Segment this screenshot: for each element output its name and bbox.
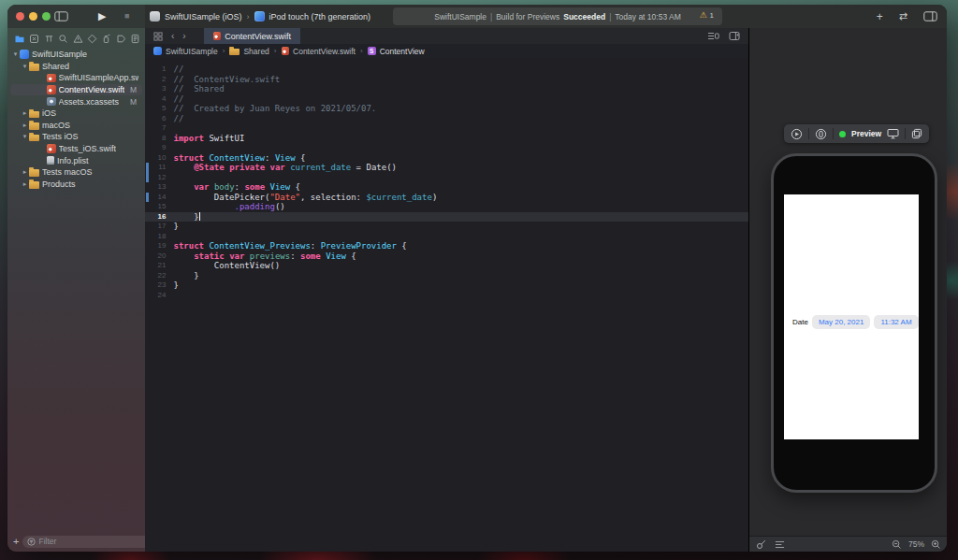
version-editor-icon[interactable]: ⇄ (899, 10, 907, 22)
duplicate-preview-icon[interactable] (911, 128, 922, 139)
breakpoint-navigator-icon[interactable] (116, 34, 126, 44)
code-line-18[interactable]: 18 (145, 232, 748, 242)
toggle-navigator-icon[interactable] (54, 11, 68, 22)
code-line-14[interactable]: 14 DatePicker("Date", selection: $curren… (145, 193, 748, 203)
file-tree-row-tests-ios[interactable]: ▾Tests iOS (10, 131, 142, 143)
library-plus-icon[interactable]: + (877, 10, 883, 23)
file-tree-row-assets-xcassets[interactable]: Assets.xcassetsM (10, 95, 142, 108)
toggle-inspectors-icon[interactable] (923, 11, 937, 22)
preview-display-icon[interactable] (887, 128, 899, 139)
file-tree-row-products[interactable]: ▸Products (10, 179, 142, 191)
code-line-3[interactable]: 3// Shared (145, 84, 748, 94)
warning-badge[interactable]: ⚠ 1 (699, 10, 714, 20)
file-tree-label: Assets.xcassets (59, 97, 120, 107)
code-line-4[interactable]: 4// (145, 94, 748, 105)
disclosure-open-icon[interactable]: ▾ (21, 133, 29, 140)
debug-navigator-icon[interactable] (101, 34, 111, 44)
find-navigator-icon[interactable] (58, 34, 68, 44)
disclosure-closed-icon[interactable]: ▸ (21, 122, 29, 129)
zoom-window-button[interactable] (42, 12, 51, 21)
canvas-settings-icon[interactable] (775, 539, 785, 550)
code-line-22[interactable]: 22 } (145, 271, 748, 281)
code-line-21[interactable]: 21 ContentView() (145, 261, 748, 271)
file-tree-row-swiftuisampleapp-swift[interactable]: SwiftUISampleApp.swift (10, 72, 142, 84)
zoom-out-icon[interactable] (892, 539, 902, 550)
editor-options-icon[interactable] (707, 31, 719, 41)
file-tree-row-contentview-swift[interactable]: ContentView.swiftM (10, 84, 142, 96)
activity-status-bar[interactable]: SwiftUISample | Build for Previews Succe… (393, 7, 722, 25)
zoom-level[interactable]: 75% (908, 539, 924, 549)
code-line-15[interactable]: 15 .padding() (145, 202, 748, 212)
breadcrumb-item-contentview[interactable]: SContentView (368, 47, 425, 56)
date-button[interactable]: May 20, 2021 (812, 315, 870, 329)
file-tree-row-tests-ios-swift[interactable]: Tests_iOS.swift (10, 143, 142, 155)
file-tree-row-tests-macos[interactable]: ▸Tests macOS (10, 166, 142, 179)
stop-button[interactable]: ■ (124, 10, 129, 22)
test-navigator-icon[interactable] (87, 34, 97, 44)
code-line-7[interactable]: 7 (145, 123, 748, 134)
code-line-17[interactable]: 17} (145, 222, 748, 232)
pin-preview-icon[interactable] (756, 539, 766, 550)
run-destination[interactable]: iPod touch (7th generation) (269, 12, 371, 22)
time-button[interactable]: 11:32 AM (874, 315, 918, 329)
symbol-navigator-icon[interactable] (44, 34, 54, 44)
disclosure-open-icon[interactable]: ▾ (21, 63, 29, 70)
source-control-navigator-icon[interactable] (29, 34, 39, 44)
code-text: @State private var current_date = Date() (174, 163, 397, 173)
report-navigator-icon[interactable] (130, 34, 140, 44)
code-line-16[interactable]: 16 } (145, 212, 748, 223)
disclosure-closed-icon[interactable]: ▸ (21, 180, 29, 188)
go-forward-icon[interactable]: › (182, 32, 185, 41)
issue-navigator-icon[interactable] (73, 34, 83, 44)
code-line-24[interactable]: 24 (145, 291, 748, 301)
scheme-name[interactable]: SwiftUISample (iOS) (165, 12, 242, 22)
preview-status-dot (839, 131, 846, 137)
file-tree-row-macos[interactable]: ▸macOS (10, 120, 142, 132)
code-line-23[interactable]: 23} (145, 280, 748, 291)
live-preview-icon[interactable] (791, 128, 803, 140)
filter-input[interactable] (38, 537, 142, 546)
code-line-12[interactable]: 12 (145, 173, 748, 183)
minimize-window-button[interactable] (29, 12, 37, 21)
code-line-6[interactable]: 6// (145, 114, 748, 124)
file-tree-row-ios[interactable]: ▸iOS (10, 108, 142, 120)
disclosure-closed-icon[interactable]: ▸ (21, 109, 29, 117)
preview-on-device-icon[interactable] (815, 128, 827, 140)
file-tree-row-shared[interactable]: ▾Shared (10, 61, 142, 73)
breadcrumb-separator: › (359, 47, 364, 55)
disclosure-open-icon[interactable]: ▾ (11, 50, 20, 58)
tab-contentview-swift[interactable]: ContentView.swift (204, 28, 300, 44)
breadcrumb-item-swiftuisample[interactable]: SwiftUISample (153, 47, 218, 56)
code-text: } (174, 280, 179, 291)
scheme-selector[interactable]: SwiftUISample (iOS) › iPod touch (7th ge… (150, 5, 370, 28)
text-cursor (199, 212, 200, 221)
add-file-icon[interactable]: + (13, 536, 19, 547)
zoom-in-icon[interactable] (931, 539, 941, 550)
code-line-5[interactable]: 5// Created by Juan Reyes on 2021/05/07. (145, 104, 748, 114)
line-number: 19 (149, 241, 174, 251)
code-line-2[interactable]: 2// ContentView.swift (145, 75, 748, 85)
breadcrumb-item-contentview-swift[interactable]: ContentView.swift (282, 47, 356, 56)
code-line-13[interactable]: 13 var body: some View { (145, 182, 748, 193)
run-button[interactable]: ▶ (98, 9, 106, 23)
code-line-19[interactable]: 19struct ContentView_Previews: PreviewPr… (145, 241, 748, 251)
xcode-window: ▶ ■ SwiftUISample (iOS) › iPod touch (7t… (7, 5, 947, 552)
code-line-1[interactable]: 1// (145, 65, 748, 75)
breadcrumb-item-shared[interactable]: Shared (229, 47, 269, 56)
project-navigator-icon[interactable] (14, 34, 25, 44)
code-line-20[interactable]: 20 static var previews: some View { (145, 251, 748, 262)
code-text: struct ContentView_Previews: PreviewProv… (174, 241, 407, 251)
device-screen[interactable]: Date May 20, 2021 11:32 AM (784, 194, 919, 439)
code-line-11[interactable]: 11 @State private var current_date = Dat… (145, 163, 748, 173)
close-window-button[interactable] (16, 12, 24, 21)
add-editor-icon[interactable] (729, 31, 740, 41)
go-back-icon[interactable]: ‹ (171, 32, 174, 41)
source-code-editor[interactable]: 1//2// ContentView.swift3// Shared4//5//… (145, 58, 748, 552)
file-tree-row-info-plist[interactable]: Info.plist (10, 154, 142, 166)
code-line-10[interactable]: 10struct ContentView: View { (145, 153, 748, 164)
file-tree-row-swiftuisample[interactable]: ▾SwiftUISample (10, 49, 142, 61)
related-items-icon[interactable] (153, 32, 163, 41)
code-line-8[interactable]: 8import SwiftUI (145, 134, 748, 144)
disclosure-closed-icon[interactable]: ▸ (21, 168, 29, 176)
code-line-9[interactable]: 9 (145, 143, 748, 153)
